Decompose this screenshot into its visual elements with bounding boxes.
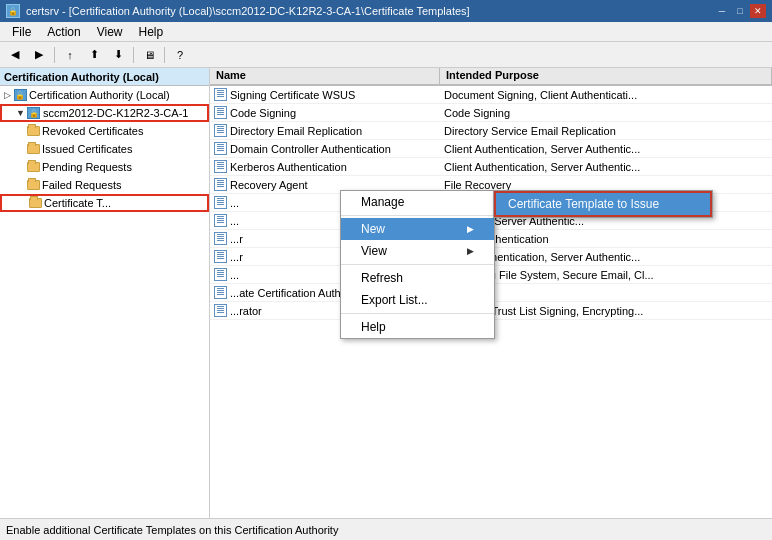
row-purpose: Document Signing, Client Authenticati... [440,89,772,101]
row-purpose: Code Signing [440,107,772,119]
row-name: ... [230,197,239,209]
row-purpose: Directory Service Email Replication [440,125,772,137]
tree-item-issued[interactable]: Issued Certificates [0,140,209,158]
tree-label-failed: Failed Requests [42,179,122,191]
ctx-help[interactable]: Help [341,316,494,338]
toolbar-sep3 [164,47,165,63]
close-button[interactable]: ✕ [750,4,766,18]
row-name: ...rator [230,305,262,317]
doc-icon [214,286,227,299]
up-button[interactable]: ↑ [59,45,81,65]
ctx-manage[interactable]: Manage [341,191,494,213]
ctx-view[interactable]: View ▶ [341,240,494,262]
window-title: certsrv - [Certification Authority (Loca… [26,5,470,17]
col-header-purpose: Intended Purpose [440,68,772,84]
doc-icon [214,88,227,101]
doc-icon [214,106,227,119]
status-bar: Enable additional Certificate Templates … [0,518,772,540]
folder-icon-failed [26,178,40,192]
ctx-export-label: Export List... [361,293,428,307]
ctx-new-arrow: ▶ [467,224,474,234]
back-button[interactable]: ◀ [4,45,26,65]
row-name: ... [230,269,239,281]
tree-label-sccm: sccm2012-DC-K12R2-3-CA-1 [43,107,189,119]
col-header-name: Name [210,68,440,84]
context-menu[interactable]: Manage New ▶ View ▶ Refresh Export List.… [340,190,495,339]
doc-icon [214,178,227,191]
doc-icon [214,142,227,155]
toolbar-sep1 [54,47,55,63]
tree-item-failed[interactable]: Failed Requests [0,176,209,194]
ctx-new-label: New [361,222,385,236]
submenu[interactable]: Certificate Template to Issue [493,190,713,218]
doc-icon [214,250,227,263]
tree-item-root[interactable]: ▷ 🔒 Certification Authority (Local) [0,86,209,104]
tree-item-revoked[interactable]: Revoked Certificates [0,122,209,140]
list-item[interactable]: Code Signing Code Signing [210,104,772,122]
window-controls: ─ □ ✕ [714,4,766,18]
folder-icon-issued [26,142,40,156]
list-item[interactable]: Directory Email Replication Directory Se… [210,122,772,140]
row-name: Signing Certificate WSUS [230,89,355,101]
ctx-manage-label: Manage [361,195,404,209]
ctx-sep1 [341,215,494,216]
expand-icon-sccm: ▼ [16,108,25,118]
minimize-button[interactable]: ─ [714,4,730,18]
tree-item-sccm[interactable]: ▼ 🔒 sccm2012-DC-K12R2-3-CA-1 [0,104,209,122]
ctx-view-arrow: ▶ [467,246,474,256]
toolbar: ◀ ▶ ↑ ⬆ ⬇ 🖥 ? [0,42,772,68]
doc-icon [214,214,227,227]
root-icon: 🔒 [13,88,27,102]
forward-button[interactable]: ▶ [28,45,50,65]
view-button[interactable]: 🖥 [138,45,160,65]
menu-file[interactable]: File [4,23,39,41]
tree-panel: Certification Authority (Local) ▷ 🔒 Cert… [0,68,210,518]
tree-item-pending[interactable]: Pending Requests [0,158,209,176]
folder-icon-pending [26,160,40,174]
row-name: ... [230,215,239,227]
ctx-view-label: View [361,244,387,258]
ctx-export[interactable]: Export List... [341,289,494,311]
row-name: Code Signing [230,107,296,119]
toolbar-sep2 [133,47,134,63]
list-header: Name Intended Purpose [210,68,772,86]
folder-icon-cert-templates [28,196,42,210]
row-name: Kerberos Authentication [230,161,347,173]
maximize-button[interactable]: □ [732,4,748,18]
tree-label-issued: Issued Certificates [42,143,132,155]
expand-icon-root: ▷ [4,90,11,100]
ctx-refresh[interactable]: Refresh [341,267,494,289]
show-hide-button[interactable]: ⬆ [83,45,105,65]
row-name: Domain Controller Authentication [230,143,391,155]
ctx-help-label: Help [361,320,386,334]
tree-item-cert-templates[interactable]: Certificate T... [0,194,209,212]
doc-icon [214,268,227,281]
menu-help[interactable]: Help [131,23,172,41]
ctx-sep2 [341,264,494,265]
help-button[interactable]: ? [169,45,191,65]
ctx-sep3 [341,313,494,314]
list-item[interactable]: Kerberos Authentication Client Authentic… [210,158,772,176]
copy-button[interactable]: ⬇ [107,45,129,65]
ctx-refresh-label: Refresh [361,271,403,285]
row-purpose: File Recovery [440,179,772,191]
submenu-cert-template-issue[interactable]: Certificate Template to Issue [494,191,712,217]
ctx-new[interactable]: New ▶ [341,218,494,240]
row-name: ...r [230,233,243,245]
sccm-icon: 🔒 [27,106,41,120]
status-text: Enable additional Certificate Templates … [6,524,338,536]
main-area: Certification Authority (Local) ▷ 🔒 Cert… [0,68,772,518]
row-name: Recovery Agent [230,179,308,191]
submenu-label-cert-template: Certificate Template to Issue [508,197,659,211]
app-icon: 🔒 [6,4,20,18]
menu-view[interactable]: View [89,23,131,41]
list-item[interactable]: Domain Controller Authentication Client … [210,140,772,158]
tree-header: Certification Authority (Local) [0,68,209,86]
doc-icon [214,160,227,173]
doc-icon [214,304,227,317]
tree-header-label: Certification Authority (Local) [4,71,159,83]
tree-label-revoked: Revoked Certificates [42,125,144,137]
tree-label-root: Certification Authority (Local) [29,89,170,101]
menu-action[interactable]: Action [39,23,88,41]
list-item[interactable]: Signing Certificate WSUS Document Signin… [210,86,772,104]
